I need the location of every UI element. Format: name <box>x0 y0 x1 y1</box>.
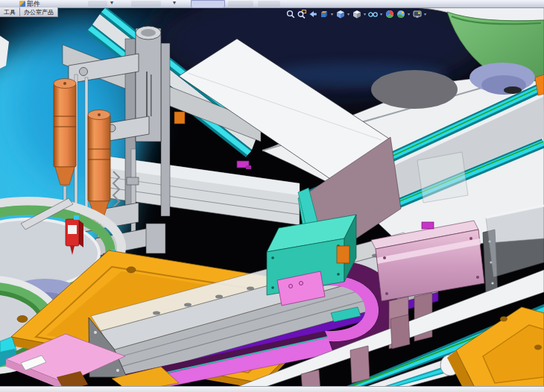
hud-caret[interactable]: ▾ <box>380 12 382 16</box>
hide-show-items-icon[interactable] <box>368 9 378 19</box>
tab-tools[interactable]: 工具 <box>0 7 20 17</box>
pallet-hole <box>534 345 542 350</box>
toolbar-ghost-button[interactable] <box>258 1 280 7</box>
assembly-icon <box>19 1 25 7</box>
cover-transparent[interactable] <box>417 152 468 203</box>
solidworks-window: 部件 ▾ ▾ 工具 办公室产品 <box>0 0 544 392</box>
apply-scene-icon[interactable] <box>396 9 405 19</box>
hud-caret[interactable]: ▾ <box>408 12 410 16</box>
view-settings-icon[interactable] <box>412 9 422 19</box>
hud-caret[interactable]: ▾ <box>364 12 366 16</box>
guide-rod <box>85 78 88 224</box>
color-ball-glyph <box>385 10 394 19</box>
toolbar-dropdown-caret[interactable]: ▾ <box>110 0 113 6</box>
magnifier-area-glyph <box>297 10 306 19</box>
heads-up-view-toolbar: ▾ ▾ ▾ ▾ <box>285 8 427 19</box>
arrow-glyph <box>309 10 317 19</box>
scene-glyph <box>396 10 405 19</box>
zoom-to-area-icon[interactable] <box>297 9 306 19</box>
top-toolbar: 部件 ▾ ▾ <box>0 0 544 8</box>
shaded-cube-glyph <box>352 10 361 19</box>
display-style-icon[interactable] <box>352 9 361 19</box>
toolbar-ghost-button[interactable] <box>88 1 107 7</box>
glasses-glyph <box>368 10 378 19</box>
monitor-glyph <box>413 10 422 19</box>
hud-caret[interactable]: ▾ <box>331 12 333 16</box>
hud-caret[interactable]: ▾ <box>347 12 350 16</box>
commandmanager-tabs: 工具 办公室产品 <box>0 7 58 16</box>
pallet-hole <box>500 317 507 322</box>
viewport-3d-scene[interactable] <box>0 7 544 386</box>
hex-bolt <box>80 68 88 76</box>
view-orientation-icon[interactable] <box>335 9 345 19</box>
section-cube-glyph <box>320 10 329 19</box>
orange-bracket[interactable] <box>174 112 185 124</box>
section-view-icon[interactable] <box>319 9 329 19</box>
hud-caret[interactable]: ▾ <box>424 12 426 16</box>
toolbar-ghost-button[interactable] <box>228 1 253 7</box>
sensor-magenta[interactable] <box>422 222 434 229</box>
magnifier-glyph <box>286 10 295 19</box>
pallet-hole <box>127 267 136 273</box>
cube-glyph <box>336 10 345 19</box>
tab-office-products[interactable]: 办公室产品 <box>20 7 58 17</box>
toolbar-ghost-button[interactable] <box>131 1 161 7</box>
edit-appearance-icon[interactable] <box>385 9 394 19</box>
toolbar-highlighted-button[interactable] <box>191 0 225 8</box>
status-bar <box>0 386 544 392</box>
toolbar-dropdown-caret[interactable]: ▾ <box>173 0 176 6</box>
machine-body-gray[interactable] <box>371 70 458 109</box>
pallet-hole <box>17 316 28 323</box>
motor-clamp-orange <box>337 246 350 263</box>
clamp-label <box>68 225 77 234</box>
previous-view-icon[interactable] <box>308 9 317 19</box>
zoom-to-fit-icon[interactable] <box>285 9 295 19</box>
